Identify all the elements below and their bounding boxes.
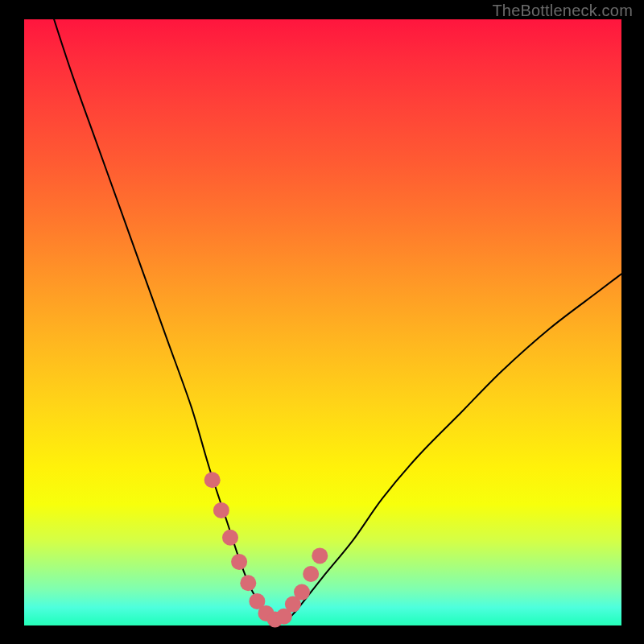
bottleneck-curve (54, 19, 621, 621)
highlight-marker (240, 575, 256, 591)
highlight-marker (231, 554, 247, 570)
highlight-marker (222, 530, 238, 546)
curve-layer (0, 0, 644, 644)
attribution-text: TheBottleneck.com (492, 2, 633, 20)
highlight-marker (303, 566, 319, 582)
highlight-marker (213, 502, 229, 518)
highlight-markers (204, 472, 328, 627)
highlight-marker (204, 472, 221, 488)
highlight-marker (294, 584, 310, 601)
chart-stage: TheBottleneck.com (0, 0, 644, 644)
highlight-marker (312, 547, 328, 564)
